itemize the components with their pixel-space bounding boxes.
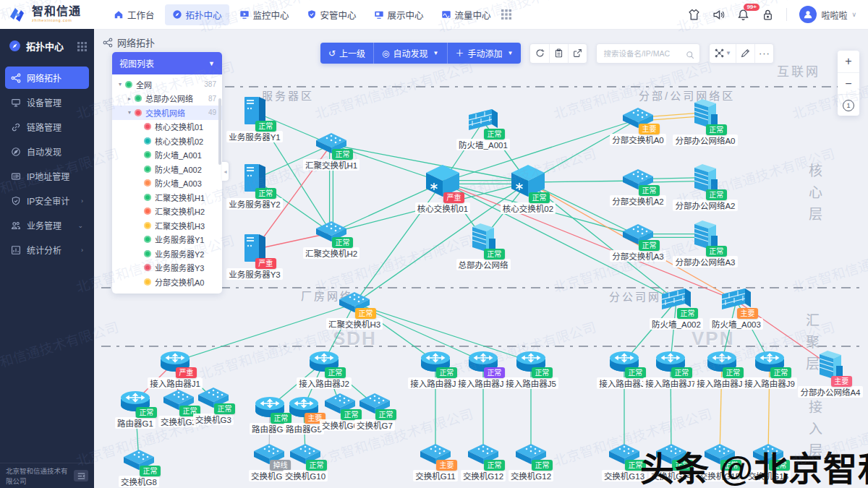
search-icon[interactable] bbox=[686, 49, 694, 58]
tree-node-5[interactable]: 核心交换机02 bbox=[112, 134, 222, 148]
status-badge: 严重 bbox=[176, 367, 197, 378]
sidebar-item-5[interactable]: IP地址管理 bbox=[5, 165, 89, 187]
tree-node-14[interactable]: 业务服务器Y3 bbox=[112, 261, 222, 275]
device-label: 分部办公网络A3 bbox=[673, 256, 737, 267]
device-node-BA3[interactable]: 正常分部办公网络A3 bbox=[662, 218, 749, 267]
sidebar-item-4[interactable]: 自动发现 bbox=[5, 140, 89, 163]
more-button[interactable]: ··· bbox=[754, 44, 773, 63]
tree-node-15[interactable]: 分部交换机A0 bbox=[112, 275, 222, 289]
tree-node-11[interactable]: 汇聚交换机H3 bbox=[112, 218, 222, 233]
apps-grid-icon[interactable] bbox=[501, 9, 511, 20]
device-node-Y3[interactable]: 严重业务服务器Y3 bbox=[211, 233, 298, 280]
view-list-header[interactable]: 视图列表 ▼ bbox=[112, 52, 222, 74]
device-node-J2[interactable]: 正常接入路由器J2 bbox=[281, 348, 367, 389]
device-node-FW3[interactable]: 主要防火墙_A003 bbox=[693, 286, 780, 330]
topology-small-icon bbox=[103, 38, 113, 48]
device-node-G12b[interactable]: 正常交换机G12 bbox=[488, 443, 574, 481]
theme-skin-icon[interactable] bbox=[688, 9, 700, 21]
device-node-H1[interactable]: 正常汇聚交换机H1 bbox=[288, 132, 375, 171]
tree-node-3[interactable]: ▾交换机网络49 bbox=[112, 106, 222, 120]
export-button[interactable] bbox=[568, 44, 587, 63]
sidebar-item-2[interactable]: 设备管理 bbox=[5, 91, 89, 114]
tree-node-1[interactable]: ▾全网387 bbox=[112, 77, 222, 92]
device-node-J1[interactable]: 严重接入路由器J1 bbox=[132, 348, 218, 389]
device-node-G8[interactable]: 正常交换机G8 bbox=[95, 449, 182, 487]
search-input[interactable] bbox=[602, 48, 683, 59]
device-node-BA2[interactable]: 正常分部办公网络A2 bbox=[662, 161, 749, 211]
sidebar-item-label: 统计分析 bbox=[27, 244, 61, 256]
nav-item-6[interactable]: 流量中心 bbox=[434, 4, 498, 25]
device-node-HQ[interactable]: 正常总部办公网络 bbox=[440, 221, 527, 270]
status-badge: 正常 bbox=[532, 460, 553, 471]
device-node-H3[interactable]: 正常汇聚交换机H3 bbox=[311, 291, 398, 330]
collapse-sidebar-icon[interactable] bbox=[74, 470, 88, 481]
sidebar-item-8[interactable]: 统计分析› bbox=[5, 239, 89, 261]
device-node-J5[interactable]: 正常接入路由器J5 bbox=[488, 348, 574, 389]
refresh-button[interactable] bbox=[530, 44, 549, 63]
tree-node-6[interactable]: 防火墙_A001 bbox=[112, 148, 222, 163]
nav-item-5[interactable]: 展示中心 bbox=[367, 4, 431, 25]
nav-item-1[interactable]: 工作台 bbox=[106, 4, 162, 25]
status-badge: 正常 bbox=[706, 189, 727, 200]
app-logo[interactable]: 智和信通 zhihexintong.com bbox=[0, 6, 102, 23]
sidebar-item-3[interactable]: 链路管理 bbox=[5, 116, 89, 138]
nav-item-4[interactable]: 安管中心 bbox=[299, 4, 364, 25]
tree-node-10[interactable]: 汇聚交换机H2 bbox=[112, 205, 222, 219]
notifications-bell-icon[interactable]: 99+ bbox=[737, 9, 749, 21]
tree-node-label: 防火墙_A001 bbox=[155, 149, 202, 160]
device-node-BA0[interactable]: 正常分部办公网络A0 bbox=[662, 96, 749, 146]
panel-collapse-handle[interactable]: ◂ bbox=[222, 162, 229, 181]
tree-node-label: 防火墙_A003 bbox=[155, 177, 202, 189]
device-label: 分部交换机A0 bbox=[610, 134, 666, 145]
auto-discover-button[interactable]: ◎ 自动发现 ▼ bbox=[373, 43, 446, 64]
zoom-out-button[interactable]: − bbox=[838, 72, 859, 94]
lock-icon[interactable] bbox=[762, 9, 774, 21]
device-node-C2[interactable]: 正常核心交换机02 bbox=[485, 164, 571, 214]
back-up-level-button[interactable]: ↺ 上一级 bbox=[320, 43, 373, 64]
tree-node-label: 汇聚交换机H3 bbox=[155, 220, 205, 231]
tree-node-2[interactable]: ▸总部办公网络87 bbox=[112, 92, 222, 106]
tree-caret-icon[interactable]: ▸ bbox=[126, 95, 133, 102]
zoom-reset-button[interactable]: 1 bbox=[838, 94, 859, 116]
tree-node-8[interactable]: 防火墙_A003 bbox=[112, 176, 222, 191]
zoom-in-button[interactable]: + bbox=[838, 51, 859, 72]
user-menu[interactable]: 啦啦啦 ∨ bbox=[799, 6, 856, 23]
device-node-G10[interactable]: 正常交换机G10 bbox=[262, 443, 349, 481]
device-icon bbox=[11, 98, 21, 108]
tree-node-9[interactable]: 汇聚交换机H1 bbox=[112, 190, 222, 205]
topo-center-icon bbox=[9, 40, 21, 52]
nav-item-2[interactable]: 拓扑中心 bbox=[165, 4, 229, 25]
company-name: 北京智和信通技术有限公司 bbox=[6, 466, 69, 486]
sidebar-item-7[interactable]: 业务管理⌄ bbox=[5, 214, 89, 236]
device-node-A4[interactable]: 主要分部办公网络A4 bbox=[787, 348, 868, 398]
sidebar-item-6[interactable]: IP安全审计› bbox=[5, 189, 89, 212]
topology-workspace: 网络拓扑 服务器区分部/公司网络区厂房网络分公司网络互联网核心层汇聚层接入层SD… bbox=[94, 29, 868, 488]
sidebar-item-1[interactable]: 网络拓扑 bbox=[5, 67, 89, 89]
user-name: 啦啦啦 bbox=[821, 9, 847, 21]
tree-node-4[interactable]: 核心交换机01 bbox=[112, 120, 222, 134]
tree-node-label: 业务服务器Y2 bbox=[155, 248, 204, 260]
device-label: 业务服务器Y1 bbox=[226, 131, 283, 142]
save-layout-button[interactable] bbox=[549, 44, 568, 63]
device-node-C1[interactable]: 严重核心交换机01 bbox=[399, 164, 486, 214]
nav-item-3[interactable]: 监控中心 bbox=[232, 4, 297, 25]
device-node-FW1[interactable]: 正常防火墙_A001 bbox=[440, 106, 527, 150]
tree-node-12[interactable]: 业务服务器Y1 bbox=[112, 233, 222, 247]
device-node-H2[interactable]: 正常汇聚交换机H2 bbox=[288, 221, 375, 259]
tree-scrollbar[interactable] bbox=[218, 98, 221, 165]
sidebar-grid-icon[interactable] bbox=[77, 41, 87, 51]
zoom-controls: + − 1 bbox=[838, 51, 859, 116]
broadcast-icon[interactable] bbox=[712, 9, 725, 21]
tree-node-label: 全网 bbox=[136, 79, 152, 90]
manual-add-button[interactable]: ＋ 手动添加 ▼ bbox=[447, 43, 522, 64]
tree-node-7[interactable]: 防火墙_A002 bbox=[112, 162, 222, 176]
layout-tools-button[interactable]: ▼ bbox=[710, 44, 736, 63]
edit-button[interactable] bbox=[736, 44, 754, 63]
tree-node-13[interactable]: 业务服务器Y2 bbox=[112, 247, 222, 261]
tree-caret-icon[interactable]: ▾ bbox=[126, 109, 133, 116]
device-label: 防火墙_A003 bbox=[710, 318, 763, 330]
device-node-G7[interactable]: 正常交换机G7 bbox=[331, 393, 418, 431]
status-dot-icon bbox=[144, 166, 151, 173]
device-node-Y1[interactable]: 正常业务服务器Y1 bbox=[211, 95, 298, 142]
tree-caret-icon[interactable]: ▾ bbox=[116, 81, 124, 87]
